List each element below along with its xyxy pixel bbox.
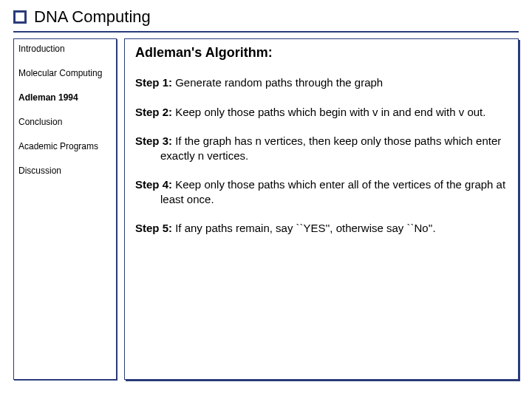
content-heading: Adleman's Algorithm: — [135, 45, 508, 61]
slide: DNA Computing Introduction Molecular Com… — [0, 0, 532, 399]
step-4: Step 4: Keep only those paths which ente… — [135, 177, 508, 206]
sidebar-item-adleman-1994[interactable]: Adleman 1994 — [18, 92, 112, 103]
step-text: If the graph has n vertices, then keep o… — [160, 134, 501, 162]
step-text: If any paths remain, say ``YES'', otherw… — [172, 222, 436, 234]
step-text: Keep only those paths which begin with v… — [172, 106, 485, 118]
page-title: DNA Computing — [34, 7, 151, 27]
sidebar-item-introduction[interactable]: Introduction — [18, 44, 112, 55]
step-1: Step 1: Generate random paths through th… — [135, 75, 508, 90]
body-row: Introduction Molecular Computing Adleman… — [13, 35, 519, 383]
step-text: Keep only those paths which enter all of… — [160, 178, 505, 205]
sidebar: Introduction Molecular Computing Adleman… — [13, 35, 117, 383]
step-2: Step 2: Keep only those paths which begi… — [135, 105, 508, 120]
title-bullet-icon — [13, 10, 27, 24]
step-label: Step 5: — [135, 222, 172, 234]
sidebar-item-discussion[interactable]: Discussion — [18, 166, 112, 177]
title-underline — [13, 31, 519, 33]
sidebar-item-conclusion[interactable]: Conclusion — [18, 117, 112, 128]
step-label: Step 4: — [135, 178, 172, 191]
step-label: Step 2: — [135, 106, 172, 118]
content-box: Adleman's Algorithm: Step 1: Generate ra… — [124, 38, 519, 380]
step-3: Step 3: If the graph has n vertices, the… — [135, 134, 508, 163]
sidebar-item-molecular-computing[interactable]: Molecular Computing — [18, 68, 112, 79]
step-label: Step 3: — [135, 134, 172, 147]
content: Adleman's Algorithm: Step 1: Generate ra… — [117, 35, 519, 383]
step-text: Generate random paths through the graph — [172, 76, 383, 89]
step-label: Step 1: — [135, 76, 172, 89]
title-bar: DNA Computing — [13, 7, 519, 27]
sidebar-box: Introduction Molecular Computing Adleman… — [13, 38, 117, 380]
step-5: Step 5: If any paths remain, say ``YES''… — [135, 221, 508, 236]
sidebar-item-academic-programs[interactable]: Academic Programs — [18, 141, 112, 152]
